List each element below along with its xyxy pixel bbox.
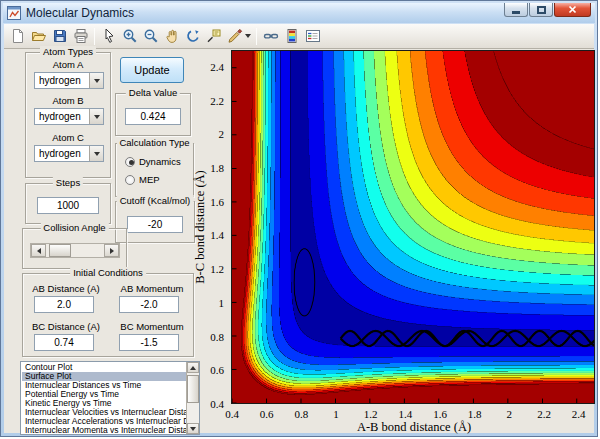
slider-right-arrow[interactable] bbox=[104, 244, 119, 257]
collision-angle-panel: Collision Angle bbox=[22, 228, 127, 269]
x-tick-label: 1.6 bbox=[433, 408, 447, 420]
plot-canvas[interactable] bbox=[231, 50, 595, 404]
list-item[interactable]: Contour Plot bbox=[22, 363, 186, 372]
dynamics-radio[interactable]: Dynamics bbox=[125, 156, 181, 167]
rotate-3d-button[interactable] bbox=[182, 26, 203, 47]
slider-left-arrow[interactable] bbox=[31, 244, 46, 257]
delta-value-input[interactable]: 0.424 bbox=[125, 108, 181, 125]
chevron-down-icon[interactable] bbox=[89, 73, 103, 88]
app-window: Molecular Dynamics bbox=[0, 0, 598, 437]
list-item[interactable]: Internuclear Momenta vs Internuclear Dis… bbox=[22, 426, 186, 433]
y-tick-label: 0.4 bbox=[210, 398, 224, 410]
y-tick-label: 2.2 bbox=[210, 95, 224, 107]
ab-momentum-input[interactable]: -2.0 bbox=[119, 296, 179, 313]
close-ic bbox=[568, 5, 577, 14]
x-tick-label: 0.8 bbox=[294, 408, 308, 420]
bc-distance-label: BC Distance (A) bbox=[25, 321, 107, 332]
atom-a-label: Atom A bbox=[26, 59, 110, 70]
edit-plot-button[interactable] bbox=[98, 26, 119, 47]
figure-client-area: Atom Types Atom A hydrogen Atom B hydrog… bbox=[4, 49, 594, 433]
slider-thumb[interactable] bbox=[49, 244, 71, 257]
atom-b-label: Atom B bbox=[26, 95, 110, 106]
radio-icon bbox=[125, 157, 135, 167]
dynamics-radio-label: Dynamics bbox=[139, 156, 181, 167]
delta-value-panel: Delta Value 0.424 bbox=[115, 93, 191, 136]
initial-conditions-title: Initial Conditions bbox=[70, 267, 146, 278]
open-file-button[interactable] bbox=[28, 26, 49, 47]
brush-icon bbox=[227, 28, 243, 44]
save-figure-button[interactable] bbox=[49, 26, 70, 47]
x-tick-label: 2 bbox=[507, 408, 513, 420]
list-item[interactable]: Kinetic Energy vs Time bbox=[22, 399, 186, 408]
list-item[interactable]: Internuclear Velocities vs Internuclear … bbox=[22, 408, 186, 417]
ab-momentum-label: AB Momentum bbox=[111, 283, 193, 294]
zoom-out-button[interactable] bbox=[140, 26, 161, 47]
new-figure-icon bbox=[10, 28, 26, 44]
x-tick-label: 0.4 bbox=[225, 408, 239, 420]
rotate-3d-icon bbox=[185, 28, 201, 44]
insert-colorbar-button[interactable] bbox=[281, 26, 302, 47]
list-item[interactable]: Surface Plot bbox=[22, 372, 186, 381]
atom-c-value: hydrogen bbox=[39, 148, 81, 159]
list-item[interactable]: Potential Energy vs Time bbox=[22, 390, 186, 399]
delta-value-title: Delta Value bbox=[126, 87, 180, 98]
open-file-icon bbox=[31, 28, 47, 44]
y-tick-label: 2 bbox=[219, 128, 225, 140]
brush-dropdown-icon[interactable] bbox=[245, 34, 251, 38]
print-figure-button[interactable] bbox=[70, 26, 91, 47]
y-tick-label: 1.6 bbox=[210, 196, 224, 208]
steps-title: Steps bbox=[53, 177, 83, 188]
atom-a-value: hydrogen bbox=[39, 75, 81, 86]
x-tick-label: 1.8 bbox=[468, 408, 482, 420]
mep-radio[interactable]: MEP bbox=[125, 174, 160, 185]
minimize-button[interactable] bbox=[504, 3, 528, 17]
ab-distance-input[interactable]: 2.0 bbox=[34, 296, 94, 313]
link-plot-icon bbox=[263, 28, 279, 44]
update-button[interactable]: Update bbox=[120, 57, 184, 83]
bc-momentum-label: BC Momentum bbox=[111, 321, 193, 332]
y-tick-label: 2.4 bbox=[210, 61, 224, 73]
pan-button[interactable] bbox=[161, 26, 182, 47]
list-item[interactable]: Internuclear Accelerations vs Internucle… bbox=[22, 417, 186, 426]
atom-c-select[interactable]: hydrogen bbox=[34, 145, 104, 162]
steps-panel: Steps 1000 bbox=[25, 183, 111, 224]
atom-b-value: hydrogen bbox=[39, 111, 81, 122]
list-item[interactable]: Internuclear Distances vs Time bbox=[22, 381, 186, 390]
maximize-icon bbox=[537, 6, 546, 14]
brush-data-button[interactable] bbox=[224, 26, 253, 47]
pan-hand-icon bbox=[164, 28, 180, 44]
close-button[interactable] bbox=[554, 3, 591, 17]
bc-momentum-input[interactable]: -1.5 bbox=[119, 334, 179, 351]
collision-angle-slider[interactable] bbox=[30, 243, 120, 258]
initial-conditions-panel: Initial Conditions AB Distance (A) AB Mo… bbox=[22, 273, 194, 357]
chevron-down-icon[interactable] bbox=[89, 109, 103, 124]
x-tick-label: 1 bbox=[333, 408, 339, 420]
steps-input[interactable]: 1000 bbox=[37, 197, 99, 214]
insert-legend-button[interactable] bbox=[302, 26, 323, 47]
y-tick-label: 1.2 bbox=[210, 263, 224, 275]
print-icon bbox=[73, 28, 89, 44]
window-body: Atom Types Atom A hydrogen Atom B hydrog… bbox=[4, 24, 594, 433]
cutoff-input[interactable]: -20 bbox=[127, 216, 183, 233]
calculation-type-panel: Calculation Type Dynamics MEP bbox=[115, 143, 194, 197]
edit-plot-cursor-icon bbox=[101, 28, 117, 44]
y-axis-label: B-C bond distance (Å) bbox=[193, 170, 208, 284]
y-tick-label: 0.6 bbox=[210, 364, 224, 376]
link-plot-button[interactable] bbox=[260, 26, 281, 47]
bc-distance-input[interactable]: 0.74 bbox=[34, 334, 94, 351]
new-figure-button[interactable] bbox=[7, 26, 28, 47]
insert-colorbar-icon bbox=[284, 28, 300, 44]
plot-type-listbox[interactable]: Contour Plot Surface Plot Internuclear D… bbox=[20, 361, 200, 435]
zoom-in-button[interactable] bbox=[119, 26, 140, 47]
maximize-button[interactable] bbox=[529, 3, 553, 17]
data-cursor-button[interactable] bbox=[203, 26, 224, 47]
atom-c-label: Atom C bbox=[26, 132, 110, 143]
atom-a-select[interactable]: hydrogen bbox=[34, 72, 104, 89]
chevron-down-icon[interactable] bbox=[89, 146, 103, 161]
atom-b-select[interactable]: hydrogen bbox=[34, 108, 104, 125]
x-tick-label: 0.6 bbox=[260, 408, 274, 420]
radio-icon bbox=[125, 175, 135, 185]
title-bar[interactable]: Molecular Dynamics bbox=[3, 3, 595, 23]
scrollbar-down-arrow[interactable] bbox=[187, 423, 199, 434]
x-tick-labels: 0.40.60.811.21.41.61.822.22.4 bbox=[232, 408, 596, 420]
